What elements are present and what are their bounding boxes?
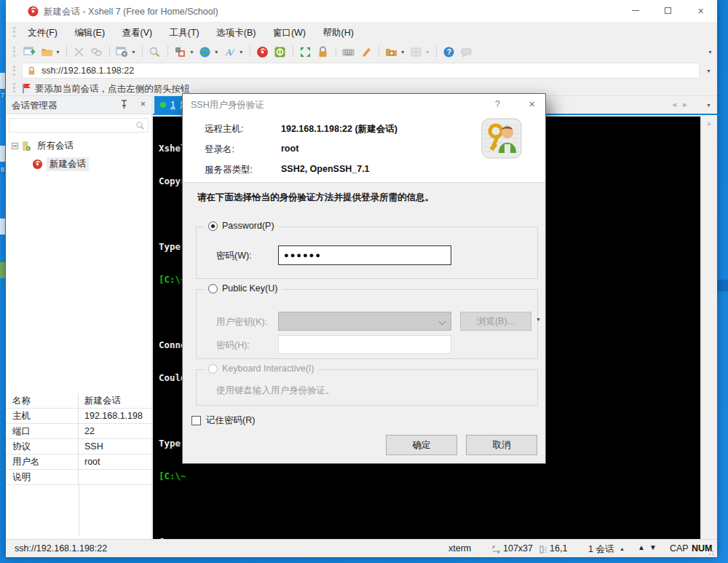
scroll-down-button-icon[interactable]: ▼ (649, 543, 657, 551)
open-dropdown-icon[interactable]: ▼ (55, 50, 60, 55)
table-row[interactable]: 名称新建会话 (6, 393, 151, 409)
prop-label: 协议 (6, 439, 79, 454)
table-row[interactable]: 协议SSH (6, 439, 151, 454)
session-manager-header: 会话管理器 × (6, 96, 151, 114)
toolbar-gripper[interactable] (13, 47, 15, 57)
pin-icon[interactable] (120, 100, 128, 109)
toolbar-gripper[interactable] (13, 66, 15, 76)
remember-password-row[interactable]: 记住密码(R) (191, 414, 255, 427)
web-dropdown-icon[interactable]: ▼ (214, 50, 219, 55)
toolbar-gripper[interactable] (13, 83, 15, 92)
window-title: 新建会话 - Xshell 7 (Free for Home/School) (44, 6, 218, 18)
close-button[interactable]: × (684, 0, 717, 22)
user-key-select (278, 312, 451, 331)
fullscreen-icon[interactable] (298, 44, 313, 59)
scroll-up-button-icon[interactable]: ▲ (638, 543, 645, 551)
tree-item-new-session[interactable]: 新建会话 (32, 157, 89, 171)
tab-list-dropdown-icon[interactable]: ▼ (706, 103, 711, 108)
password-radio[interactable] (208, 221, 218, 231)
keyboard-icon[interactable] (341, 44, 356, 59)
table-row[interactable]: 主机192.168.1.198 (6, 409, 151, 424)
scroll-up-icon[interactable]: ▲ (701, 119, 717, 127)
font-icon[interactable]: A (223, 44, 237, 59)
find-icon[interactable] (148, 44, 162, 59)
separator (66, 46, 67, 58)
open-session-icon[interactable] (39, 44, 54, 59)
new-folder-dropdown-icon[interactable]: ▼ (400, 50, 405, 55)
address-input[interactable]: ssh://192.168.1.198:22 (22, 63, 700, 79)
remember-password-checkbox[interactable] (191, 416, 201, 425)
status-term-type[interactable]: xterm (448, 543, 471, 554)
info-bar-text: 要添加当前会话，点击左侧的箭头按钮 (35, 83, 190, 95)
tab-scroll-right-icon[interactable]: ► (681, 101, 692, 109)
ok-button[interactable]: 确定 (386, 435, 457, 455)
font-dropdown-icon[interactable]: ▼ (239, 50, 244, 55)
tree-expander-icon[interactable] (12, 143, 18, 149)
window-titlebar[interactable]: 新建会话 - Xshell 7 (Free for Home/School) × (6, 0, 717, 22)
prop-label: 主机 (6, 409, 79, 423)
publickey-radio[interactable] (208, 284, 218, 294)
close-icon: × (697, 5, 703, 17)
maximize-button[interactable] (652, 0, 684, 22)
toolbar-overflow-icon[interactable]: ▼ (708, 50, 713, 55)
properties-dropdown-icon[interactable]: ▼ (131, 50, 136, 55)
status-size[interactable]: 107x37 (503, 543, 533, 554)
menu-window[interactable]: 窗口(W) (266, 23, 313, 44)
layout-icon[interactable] (173, 44, 188, 59)
desktop-icon-label: 7 (1, 92, 4, 99)
session-properties-icon[interactable] (115, 44, 130, 59)
web-icon[interactable] (198, 44, 213, 59)
server-type-value: SSH2, OpenSSH_7.1 (281, 164, 370, 174)
menu-tools[interactable]: 工具(T) (162, 23, 207, 44)
xftp-app-icon[interactable] (273, 44, 288, 59)
separator (379, 46, 379, 58)
dialog-titlebar[interactable]: SSH用户身份验证 ? × (183, 94, 545, 116)
panel-close-icon[interactable]: × (141, 99, 146, 109)
desktop-icon-fragment (0, 262, 5, 278)
minimize-button[interactable] (619, 0, 652, 22)
menu-tabs[interactable]: 选项卡(B) (209, 23, 263, 44)
remember-password-label: 记住密码(R) (206, 414, 255, 427)
keyboard-interactive-radio (208, 364, 218, 374)
new-folder-icon[interactable] (384, 44, 399, 59)
resize-grip[interactable] (708, 548, 716, 556)
menu-edit[interactable]: 编辑(E) (67, 23, 112, 44)
tile-dropdown-icon: ▼ (425, 50, 430, 55)
cancel-button[interactable]: 取消 (466, 435, 537, 455)
publickey-radio-label[interactable]: Public Key(U) (222, 283, 277, 294)
terminal-scrollbar[interactable]: ▲ (700, 117, 717, 539)
help-icon[interactable]: ? (442, 44, 456, 59)
dialog-help-icon[interactable]: ? (495, 99, 500, 109)
status-position[interactable]: 16,1 (550, 543, 567, 554)
session-search-input[interactable] (9, 118, 149, 133)
tab-scroll-left-icon[interactable]: ◄ (670, 101, 681, 109)
layout-dropdown-icon[interactable]: ▼ (189, 50, 194, 55)
toolbar-gripper[interactable] (13, 27, 15, 37)
password-input[interactable]: ●●●●●● (278, 245, 451, 265)
table-row[interactable]: 用户名root (6, 454, 151, 470)
browse-dropdown-icon[interactable]: ▼ (536, 311, 541, 328)
svg-text:A: A (225, 47, 232, 58)
svg-text:?: ? (447, 47, 451, 56)
sessions-dropdown-icon[interactable]: ▲ (620, 546, 625, 551)
lock-icon[interactable] (316, 44, 331, 59)
menu-file[interactable]: 文件(F) (20, 23, 65, 44)
password-radio-label[interactable]: Password(P) (222, 221, 274, 231)
new-session-icon[interactable] (22, 44, 36, 59)
status-bar: ssh://192.168.1.198:22 xterm 107x37 16,1… (6, 539, 717, 557)
xshell-logo-icon (28, 6, 39, 17)
separator (250, 46, 250, 58)
status-sessions[interactable]: 1 会话 (588, 543, 614, 556)
table-row[interactable]: 说明 (6, 470, 151, 485)
keyboard-interactive-desc: 使用键盘输入用户身份验证。 (216, 385, 335, 397)
prop-label: 用户名 (6, 454, 79, 469)
menu-view[interactable]: 查看(V) (115, 23, 160, 44)
dialog-close-icon[interactable]: × (529, 98, 535, 110)
table-row[interactable]: 端口22 (6, 424, 151, 439)
highlight-pen-icon[interactable] (359, 44, 373, 59)
tree-item-all-sessions[interactable]: 所有会话 (12, 140, 74, 152)
separator (336, 46, 336, 58)
menu-help[interactable]: 帮助(H) (315, 23, 360, 44)
address-dropdown-icon[interactable]: ▼ (706, 68, 711, 74)
xshell-app-icon[interactable] (256, 44, 270, 59)
